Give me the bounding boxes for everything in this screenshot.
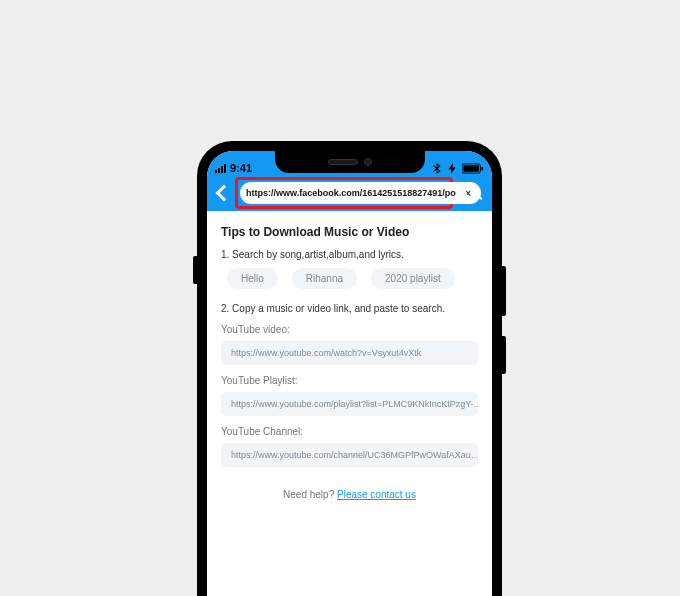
help-link[interactable]: Please contact us <box>337 489 416 500</box>
search-icon[interactable] <box>462 182 484 204</box>
example-value-channel[interactable]: https://www.youtube.com/channel/UC36MGPf… <box>221 443 478 467</box>
notch <box>275 151 425 173</box>
step-1-text: 1. Search by song,artist,album,and lyric… <box>221 249 478 260</box>
chip-playlist[interactable]: 2020 playlist <box>371 268 455 289</box>
phone-frame: 9:41 <box>197 141 502 596</box>
svg-rect-2 <box>463 165 479 171</box>
status-bar-time: 9:41 <box>230 162 252 174</box>
url-highlight-box: https://www.facebook.com/161425151882749… <box>235 177 453 209</box>
back-icon[interactable] <box>215 183 229 203</box>
svg-rect-1 <box>481 167 483 171</box>
signal-icon <box>215 164 226 173</box>
chip-rihanna[interactable]: Rihanna <box>292 268 357 289</box>
bluetooth-icon <box>432 163 442 174</box>
speaker-grill <box>328 159 358 165</box>
lightning-icon <box>447 163 457 174</box>
chip-hello[interactable]: Hello <box>227 268 278 289</box>
help-line: Need help? Please contact us <box>221 489 478 500</box>
example-label-channel: YouTube Channel: <box>221 426 478 437</box>
example-value-playlist[interactable]: https://www.youtube.com/playlist?list=PL… <box>221 392 478 416</box>
chip-row: Hello Rihanna 2020 playlist <box>221 268 478 289</box>
help-prefix: Need help? <box>283 489 337 500</box>
phone-silence-switch <box>193 256 197 284</box>
phone-screen: 9:41 <box>207 151 492 596</box>
phone-volume-up <box>502 266 506 316</box>
example-label-playlist: YouTube Playlist: <box>221 375 478 386</box>
step-2-text: 2. Copy a music or video link, and paste… <box>221 303 478 314</box>
page-title: Tips to Download Music or Video <box>221 225 478 239</box>
phone-volume-down <box>502 336 506 374</box>
nav-bar: https://www.facebook.com/161425151882749… <box>207 175 492 211</box>
page-content: Tips to Download Music or Video 1. Searc… <box>207 211 492 500</box>
url-input-pill[interactable]: https://www.facebook.com/161425151882749… <box>240 182 481 204</box>
battery-icon <box>462 163 484 174</box>
example-label-video: YouTube video: <box>221 324 478 335</box>
example-value-video[interactable]: https://www.youtube.com/watch?v=Vsyxut4v… <box>221 341 478 365</box>
front-camera <box>364 158 372 166</box>
url-input-value: https://www.facebook.com/161425151882749… <box>246 188 456 198</box>
